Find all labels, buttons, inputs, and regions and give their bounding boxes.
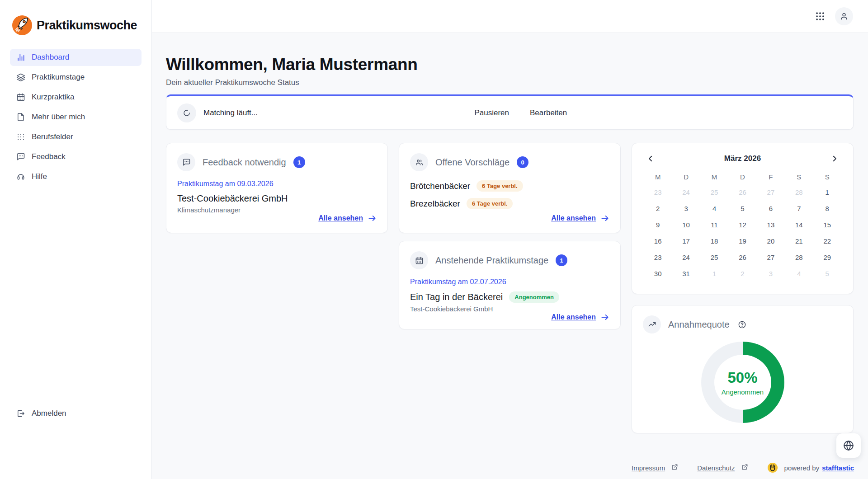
sidebar-item-label: Feedback — [32, 152, 66, 161]
pause-button[interactable]: Pausieren — [474, 108, 509, 117]
calendar-day[interactable]: 27 — [757, 184, 785, 200]
calendar-day[interactable]: 25 — [700, 184, 728, 200]
calendar-day[interactable]: 31 — [672, 265, 700, 282]
calendar-day[interactable]: 25 — [700, 249, 728, 265]
calendar-day[interactable]: 2 — [728, 265, 756, 282]
sidebar-item-label: Kurzpraktika — [32, 93, 74, 102]
calendar-day[interactable]: 29 — [813, 249, 841, 265]
dashboard-content: Willkommen, Maria Mustermann Dein aktuel… — [152, 33, 868, 479]
calendar-day[interactable]: 19 — [728, 233, 756, 249]
calendar-day[interactable]: 7 — [785, 200, 813, 216]
calendar-day[interactable]: 4 — [785, 265, 813, 282]
calendar-day[interactable]: 9 — [644, 216, 672, 233]
sidebar-item-label: Hilfe — [32, 172, 47, 181]
acceptance-label: Angenommen — [722, 388, 764, 396]
feedback-praktikumstag-link[interactable]: Praktikumstag am 09.03.2026 — [177, 180, 274, 188]
feedback-count-badge: 1 — [293, 156, 305, 168]
logout-icon — [16, 409, 25, 418]
dots-grid-icon — [16, 132, 25, 141]
upcoming-company: Test-Cookiebäckerei GmbH — [410, 305, 609, 313]
calendar-day[interactable]: 2 — [644, 200, 672, 216]
feedback-view-all-link[interactable]: Alle ansehen — [318, 214, 363, 222]
calendar-day[interactable]: 15 — [813, 216, 841, 233]
upcoming-view-all-link[interactable]: Alle ansehen — [551, 313, 596, 321]
apps-grid-icon — [815, 11, 825, 21]
calendar-day[interactable]: 23 — [644, 249, 672, 265]
page-subtitle: Dein aktueller Praktikumswoche Status — [166, 78, 854, 87]
calendar-weekday: F — [757, 169, 785, 184]
calendar-day[interactable]: 24 — [672, 184, 700, 200]
calendar-day[interactable]: 3 — [757, 265, 785, 282]
calendar-day[interactable]: 13 — [757, 216, 785, 233]
calendar-next-button[interactable] — [830, 155, 839, 163]
calendar-card: März 2026 MDMDFSS23242526272812345678910… — [632, 143, 854, 294]
stafftastic-logo — [767, 462, 778, 473]
calendar-day[interactable]: 17 — [672, 233, 700, 249]
calendar-day[interactable]: 28 — [785, 249, 813, 265]
calendar-day[interactable]: 6 — [757, 200, 785, 216]
language-button[interactable] — [836, 433, 861, 458]
topbar — [152, 0, 868, 33]
sidebar-item-berufsfelder[interactable]: Berufsfelder — [10, 128, 142, 146]
sidebar-item-kurzpraktika[interactable]: Kurzpraktika — [10, 89, 142, 106]
apps-grid-button[interactable] — [815, 11, 825, 21]
feedback-card-title: Feedback notwendig — [203, 157, 286, 168]
calendar-day[interactable]: 16 — [644, 233, 672, 249]
calendar-day[interactable]: 14 — [785, 216, 813, 233]
powered-by-text: powered by — [784, 464, 820, 472]
datenschutz-link[interactable]: Datenschutz — [697, 464, 735, 472]
matching-spinner — [177, 103, 196, 122]
calendar-day[interactable]: 23 — [644, 184, 672, 200]
calendar-day[interactable]: 26 — [728, 249, 756, 265]
main-area: Willkommen, Maria Mustermann Dein aktuel… — [152, 0, 868, 479]
proposals-count-badge: 0 — [517, 156, 528, 168]
calendar-weekday: D — [672, 169, 700, 184]
avatar[interactable] — [835, 7, 853, 25]
calendar-day[interactable]: 30 — [644, 265, 672, 282]
help-button[interactable] — [738, 320, 746, 329]
calendar-day[interactable]: 11 — [700, 216, 728, 233]
sidebar-item-feedback[interactable]: Feedback — [10, 148, 142, 165]
chevron-right-icon — [830, 155, 839, 163]
proposal-row[interactable]: Brötchenbäcker 6 Tage verbl. — [410, 180, 609, 192]
impressum-link[interactable]: Impressum — [632, 464, 665, 472]
calendar-day[interactable]: 5 — [813, 265, 841, 282]
calendar-weekday: M — [644, 169, 672, 184]
calendar-day[interactable]: 1 — [813, 184, 841, 200]
proposals-card-icon-circle — [410, 153, 428, 171]
calendar-day[interactable]: 1 — [700, 265, 728, 282]
calendar-day[interactable]: 21 — [785, 233, 813, 249]
calendar-day[interactable]: 27 — [757, 249, 785, 265]
headphones-icon — [16, 172, 25, 181]
upcoming-card: Anstehende Praktikumstage 1 Praktikumsta… — [399, 241, 621, 329]
upcoming-praktikumstag-link[interactable]: Praktikumstag am 02.07.2026 — [410, 278, 506, 286]
calendar-day[interactable]: 3 — [672, 200, 700, 216]
calendar-day[interactable]: 28 — [785, 184, 813, 200]
sidebar-item-hilfe[interactable]: Hilfe — [10, 168, 142, 185]
proposals-view-all-link[interactable]: Alle ansehen — [551, 214, 596, 222]
sidebar-item-label: Berufsfelder — [32, 132, 73, 141]
calendar-day[interactable]: 4 — [700, 200, 728, 216]
calendar-day[interactable]: 24 — [672, 249, 700, 265]
sidebar-item-mehr-ueber-mich[interactable]: Mehr über mich — [10, 108, 142, 126]
calendar-day[interactable]: 26 — [728, 184, 756, 200]
calendar-day[interactable]: 22 — [813, 233, 841, 249]
sidebar-item-label: Mehr über mich — [32, 113, 85, 122]
edit-button[interactable]: Bearbeiten — [530, 108, 567, 117]
brand-logo[interactable]: Praktikumswoche — [10, 15, 142, 35]
calendar-day[interactable]: 12 — [728, 216, 756, 233]
sidebar-item-praktikumstage[interactable]: Praktikumstage — [10, 69, 142, 86]
arrow-right-icon — [600, 214, 609, 223]
calendar-prev-button[interactable] — [646, 155, 655, 163]
logout-button[interactable]: Abmelden — [10, 405, 142, 422]
calendar-day[interactable]: 5 — [728, 200, 756, 216]
calendar-day[interactable]: 10 — [672, 216, 700, 233]
calendar-weekday: D — [728, 169, 756, 184]
proposal-row[interactable]: Brezelbäcker 6 Tage verbl. — [410, 198, 609, 209]
calendar-day[interactable]: 18 — [700, 233, 728, 249]
calendar-day[interactable]: 8 — [813, 200, 841, 216]
calendar-day[interactable]: 20 — [757, 233, 785, 249]
sidebar-item-dashboard[interactable]: Dashboard — [10, 49, 142, 66]
stafftastic-link[interactable]: stafftastic — [822, 464, 854, 472]
acceptance-card: Annahmequote 50% Angenommen — [632, 305, 854, 433]
